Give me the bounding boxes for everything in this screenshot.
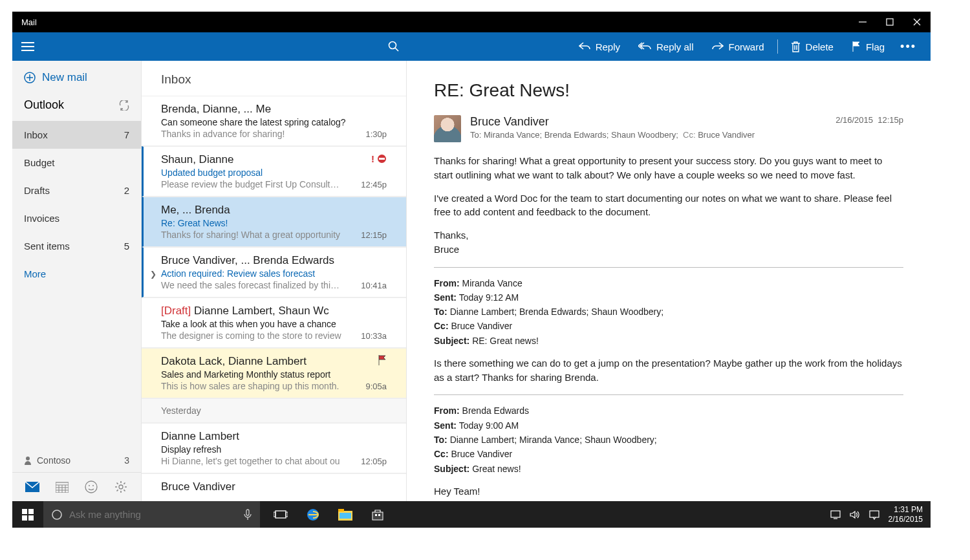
message-from: [Draft] Dianne Lambert, Shaun Wc: [161, 305, 394, 318]
message-preview: Hi Dianne, let's get together to chat ab…: [161, 456, 342, 466]
account-header[interactable]: Outlook: [12, 93, 141, 121]
folder-list: Inbox 7 Budget Drafts 2 Invoices Sent it…: [12, 121, 141, 449]
message-subject: Take a look at this when you have a chan…: [161, 319, 394, 329]
folder-label: Inbox: [24, 129, 48, 140]
folder-sent-items[interactable]: Sent items 5: [12, 232, 141, 260]
maximize-button[interactable]: [885, 17, 894, 27]
ribbon-bar: Reply Reply all Forward Delete Flag •••: [12, 32, 931, 61]
svg-point-22: [89, 485, 90, 486]
new-mail-button[interactable]: New mail: [12, 61, 141, 93]
message-item[interactable]: Me, ... Brenda Re: Great News! Thanks fo…: [142, 197, 406, 247]
tray-notifications-icon[interactable]: [869, 510, 879, 520]
email-datetime: 2/16/2015 12:15p: [835, 115, 903, 125]
account-name: Outlook: [24, 98, 64, 112]
flag-icon: [378, 355, 387, 365]
sync-icon[interactable]: [119, 100, 129, 111]
reply-all-button[interactable]: Reply all: [629, 32, 703, 61]
svg-point-23: [92, 485, 94, 486]
message-time: 12:05p: [361, 457, 387, 466]
message-preview: This is how sales are shaping up this mo…: [161, 381, 342, 391]
folder-label: Budget: [24, 157, 55, 168]
tray-date-label: 2/16/2015: [889, 515, 923, 524]
forward-icon: [712, 42, 724, 51]
account-footer[interactable]: Contoso 3: [12, 449, 141, 472]
svg-rect-45: [870, 511, 879, 517]
message-time: 9:05a: [365, 382, 387, 391]
delete-button[interactable]: Delete: [782, 32, 843, 61]
blocked-icon: [377, 154, 387, 164]
minimize-button[interactable]: [858, 17, 867, 27]
message-item[interactable]: Bruce Vandiver: [142, 473, 406, 500]
flag-button[interactable]: Flag: [843, 32, 894, 61]
message-item[interactable]: [Draft] Dianne Lambert, Shaun Wc Take a …: [142, 297, 406, 348]
settings-icon[interactable]: [113, 479, 129, 495]
delete-label: Delete: [806, 41, 834, 52]
new-mail-label: New mail: [42, 71, 87, 84]
svg-point-24: [119, 485, 123, 489]
close-button[interactable]: [912, 17, 921, 27]
message-from: Dianne Lambert: [161, 430, 394, 443]
mail-app-icon[interactable]: [25, 479, 40, 495]
message-time: 12:45p: [361, 180, 387, 189]
microphone-icon[interactable]: [243, 509, 252, 521]
main-area: New mail Outlook Inbox 7 Budget Drafts 2…: [12, 61, 931, 501]
folder-drafts[interactable]: Drafts 2: [12, 177, 141, 204]
svg-rect-32: [246, 510, 249, 515]
reading-pane: RE: Great News! Bruce Vandiver To: Miran…: [407, 61, 931, 501]
message-preview: Please review the budget First Up Consul…: [161, 179, 342, 189]
svg-rect-28: [28, 509, 34, 514]
svg-rect-30: [28, 515, 34, 521]
calendar-app-icon[interactable]: [54, 479, 70, 495]
trash-icon: [791, 41, 801, 52]
task-view-button[interactable]: [266, 501, 295, 528]
svg-rect-35: [286, 512, 288, 517]
folder-label: More: [24, 268, 46, 279]
folder-more[interactable]: More: [12, 260, 141, 288]
cortana-search-input[interactable]: [69, 509, 237, 520]
taskbar-explorer-icon[interactable]: [331, 501, 360, 528]
message-preview: Thanks in advance for sharing!: [161, 129, 342, 139]
new-mail-plus-icon: [24, 72, 36, 83]
tray-volume-icon[interactable]: [850, 510, 860, 519]
message-item[interactable]: ❯ Bruce Vandiver, ... Brenda Edwards Act…: [142, 247, 406, 297]
cortana-search[interactable]: [43, 501, 260, 528]
taskbar-ie-icon[interactable]: [299, 501, 327, 528]
sidebar: New mail Outlook Inbox 7 Budget Drafts 2…: [12, 61, 142, 501]
message-item[interactable]: Dianne Lambert Display refresh Hi Dianne…: [142, 423, 406, 473]
taskbar-store-icon[interactable]: [363, 501, 392, 528]
feedback-icon[interactable]: [83, 479, 99, 495]
sender-avatar: [434, 115, 461, 142]
email-body: Thanks for sharing! What a great opportu…: [434, 154, 903, 501]
folder-invoices[interactable]: Invoices: [12, 204, 141, 232]
message-item[interactable]: Dakota Lack, Dianne Lambert Sales and Ma…: [142, 348, 406, 398]
folder-inbox[interactable]: Inbox 7: [12, 121, 141, 149]
svg-rect-29: [22, 515, 27, 521]
start-button[interactable]: [12, 501, 43, 528]
message-item[interactable]: Brenda, Dianne, ... Me Can someone share…: [142, 96, 406, 146]
tray-network-icon[interactable]: [830, 510, 841, 519]
reply-button[interactable]: Reply: [570, 32, 629, 61]
forward-label: Forward: [729, 41, 764, 52]
message-from: Dakota Lack, Dianne Lambert: [161, 355, 394, 368]
message-list: Inbox Brenda, Dianne, ... Me Can someone…: [142, 61, 407, 501]
folder-count: 2: [124, 185, 129, 196]
search-button[interactable]: [380, 32, 408, 61]
expand-thread-icon[interactable]: ❯: [150, 270, 156, 279]
reply-icon: [579, 42, 590, 51]
svg-point-21: [85, 481, 97, 493]
folder-label: Drafts: [24, 185, 50, 196]
forward-button[interactable]: Forward: [703, 32, 773, 61]
svg-rect-26: [379, 158, 385, 160]
tray-clock[interactable]: 1:31 PM 2/16/2015: [889, 505, 923, 524]
message-preview: We need the sales forecast finalized by …: [161, 280, 342, 290]
svg-point-31: [52, 510, 61, 519]
svg-rect-34: [274, 512, 275, 517]
message-subject: Re: Great News!: [161, 218, 394, 228]
more-actions-button[interactable]: •••: [894, 32, 923, 61]
message-subject: Updated budget proposal: [161, 167, 394, 178]
email-subject: RE: Great News!: [434, 80, 903, 101]
folder-budget[interactable]: Budget: [12, 149, 141, 177]
message-item[interactable]: Shaun, Dianne Updated budget proposal Pl…: [142, 146, 406, 197]
hamburger-menu-button[interactable]: [12, 32, 43, 61]
message-subject: Sales and Marketing Monthly status repor…: [161, 369, 394, 380]
